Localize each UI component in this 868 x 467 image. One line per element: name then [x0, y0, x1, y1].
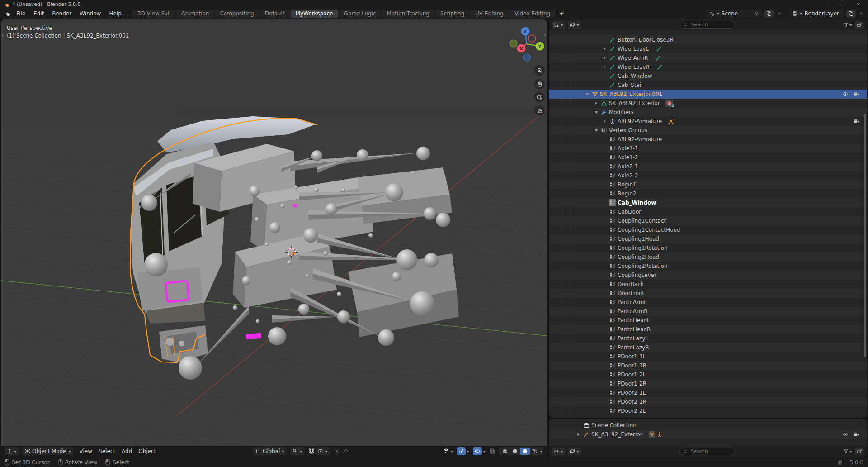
scene-browse-icon[interactable]: [709, 11, 714, 16]
hide-viewport-eye-toggle[interactable]: [841, 432, 849, 437]
overlays-toggle[interactable]: [473, 447, 482, 455]
outliner-row-bogie1[interactable]: Bogie1: [549, 180, 867, 189]
tab-uv-editing[interactable]: UV Editing: [470, 10, 509, 18]
menu-file[interactable]: File: [12, 10, 29, 18]
outliner-row-coupling1head[interactable]: Coupling1Head: [549, 234, 867, 243]
outliner-row-pantolazyl[interactable]: PantoLazyL: [549, 334, 867, 343]
editor-type-button[interactable]: [5, 447, 19, 455]
outliner-row-pdoor2-2l[interactable]: PDoor2-2L: [549, 406, 867, 415]
hide-viewport-eye-toggle[interactable]: [841, 91, 849, 97]
snap-magnet-icon[interactable]: [308, 448, 315, 454]
outliner-row-sk-a3l92-exterior[interactable]: SK_A3L92_Exterior: [549, 430, 867, 439]
menu-help[interactable]: Help: [105, 10, 125, 18]
viewlayer-name[interactable]: RenderLayer: [805, 10, 841, 17]
outliner-row-sk-a3l92-exterior[interactable]: SK_A3L92_Exterior14: [549, 99, 867, 108]
outliner-row-wiperlazyr[interactable]: WiperLazyR: [549, 62, 867, 71]
outliner-scrollbar[interactable]: [864, 114, 866, 357]
add-workspace-button[interactable]: +: [556, 10, 567, 18]
outliner-row-modifiers[interactable]: Modifiers: [549, 108, 867, 117]
navigation-gizmo[interactable]: Z Y X: [506, 26, 547, 67]
axis-y-ball[interactable]: Y: [536, 42, 544, 51]
menu-window[interactable]: Window: [75, 10, 105, 18]
outliner-row-pdoor2-1l[interactable]: PDoor2-1L: [549, 388, 867, 397]
new-collection-button[interactable]: [855, 21, 864, 29]
viewport-menu-object[interactable]: Object: [136, 447, 159, 455]
new-viewlayer-button[interactable]: [846, 10, 856, 18]
outliner-row-a3l92-armature[interactable]: A3L92-Armature: [549, 135, 867, 144]
expander-icon[interactable]: [575, 430, 582, 439]
outliner-row-axle1-1[interactable]: Axle1-1: [549, 144, 867, 153]
display-mode-dropdown[interactable]: [552, 448, 565, 455]
outliner-row-pantoarml[interactable]: PantoArmL: [549, 298, 867, 307]
outliner-row-pantoheadl[interactable]: PantoHeadL: [549, 316, 867, 325]
expander-icon[interactable]: [583, 90, 591, 99]
mode-dropdown[interactable]: Object Mode: [23, 447, 73, 455]
snap-target-dropdown[interactable]: [316, 447, 330, 455]
viewlayer-selector[interactable]: RenderLayer: [789, 10, 844, 18]
close-button[interactable]: ✕: [857, 2, 860, 7]
axis-x-ball[interactable]: X: [517, 44, 526, 53]
minimize-button[interactable]: —: [824, 2, 829, 7]
pan-hand-button[interactable]: [534, 79, 545, 89]
expander-icon[interactable]: [601, 117, 609, 126]
outliner-row-coupling1contact[interactable]: Coupling1Contact: [549, 216, 867, 225]
expander-icon[interactable]: [601, 44, 609, 53]
outliner-row-cab-window[interactable]: Cab_Window: [549, 71, 867, 81]
outliner-row-axle1-2[interactable]: Axle1-2: [549, 153, 867, 162]
outliner-row-cabdoor[interactable]: CabDoor: [549, 207, 867, 216]
xray-toggle-icon[interactable]: [489, 448, 495, 454]
search-input[interactable]: [690, 448, 727, 455]
shading-rendered-button[interactable]: [530, 448, 540, 455]
outliner-row-pdoor1-2r[interactable]: PDoor1-2R: [549, 379, 867, 388]
show-object-types-icon[interactable]: [443, 448, 449, 454]
zoom-button[interactable]: [534, 65, 545, 76]
outliner-row-couplinglever[interactable]: CouplingLever: [549, 271, 867, 280]
outliner-row-sk-a3l92-exterior-001[interactable]: SK_A3L92_Exterior.001: [549, 90, 867, 99]
viewport-menu-select[interactable]: Select: [96, 447, 118, 455]
shading-material-button[interactable]: [520, 448, 530, 455]
tab-scripting[interactable]: Scripting: [435, 10, 469, 18]
proportional-edit-icon[interactable]: [334, 448, 340, 454]
outliner-row-wiperarmr[interactable]: WiperArmR: [549, 53, 867, 62]
axis-neg-y-ball[interactable]: [510, 40, 517, 47]
disable-render-camera-toggle[interactable]: [852, 432, 860, 437]
disable-render-camera-toggle[interactable]: [852, 119, 860, 124]
outliner-row-coupling1rotation[interactable]: Coupling1Rotation: [549, 243, 867, 253]
outliner-row-pdoor1-1r[interactable]: PDoor1-1R: [549, 361, 867, 370]
outliner-row-bogie2[interactable]: Bogie2: [549, 189, 867, 198]
expander-icon[interactable]: [601, 62, 609, 71]
outliner-row-axle2-1[interactable]: Axle2-1: [549, 162, 867, 171]
display-mode-dropdown[interactable]: [552, 21, 565, 29]
gizmos-toggle[interactable]: [457, 447, 466, 455]
tab-game-logic[interactable]: Game Logic: [339, 10, 381, 18]
scene-name[interactable]: Scene: [722, 10, 751, 17]
outliner-row-coupling1contacthood[interactable]: Coupling1ContactHood: [549, 225, 867, 234]
expander-icon[interactable]: [592, 108, 600, 117]
tab-video-editing[interactable]: Video Editing: [509, 10, 555, 18]
viewlayer-browse-icon[interactable]: [792, 11, 797, 16]
outliner-row-cab-stair[interactable]: Cab_Stair: [549, 81, 867, 90]
pin-icon[interactable]: [754, 11, 759, 16]
tab-motion-tracking[interactable]: Motion Tracking: [382, 10, 434, 18]
new-collection-button[interactable]: [855, 448, 864, 455]
outliner-row-pantoheadr[interactable]: PantoHeadR: [549, 325, 867, 334]
viewport-scene-canvas[interactable]: [1, 19, 547, 457]
axis-z-ball[interactable]: Z: [521, 27, 530, 36]
filter-id-dropdown[interactable]: [568, 448, 581, 455]
outliner-row-pantoarmr[interactable]: PantoArmR: [549, 307, 867, 316]
disable-render-camera-toggle[interactable]: [852, 91, 860, 97]
outliner-row-pdoor2-1r[interactable]: PDoor2-1R: [549, 397, 867, 406]
tab-myworkspace[interactable]: MyWorkspace: [291, 10, 338, 18]
transform-orientation-dropdown[interactable]: Global: [253, 447, 287, 455]
tab-3d-view-full[interactable]: 3D View Full: [132, 10, 176, 18]
outliner-row-pdoor1-1l[interactable]: PDoor1-1L: [549, 352, 867, 361]
outliner-row-wiperlazyl[interactable]: WiperLazyL: [549, 44, 867, 53]
outliner-search[interactable]: [679, 448, 736, 455]
outliner-row-doorback[interactable]: DoorBack: [549, 280, 867, 289]
outliner-row-axle2-2[interactable]: Axle2-2: [549, 171, 867, 180]
outliner-search[interactable]: [679, 21, 736, 29]
axis-neg-x-ball[interactable]: [528, 35, 536, 42]
outliner-row-a3l92-armature[interactable]: A3L92-Armature: [549, 117, 867, 126]
filter-id-dropdown[interactable]: [568, 21, 581, 29]
expander-icon[interactable]: [592, 126, 600, 135]
